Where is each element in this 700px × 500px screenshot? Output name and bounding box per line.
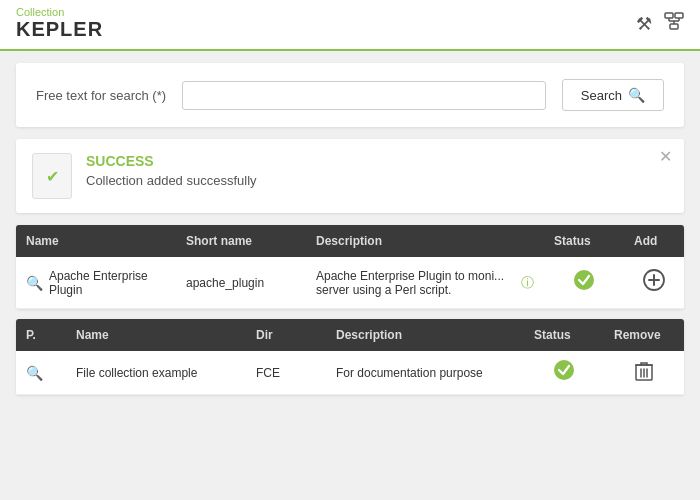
table-row: 🔍 File collection example FCE For docume…	[16, 351, 684, 395]
plugins-table-header: Name Short name Description Status Add	[16, 225, 684, 257]
row-search-icon: 🔍	[26, 275, 43, 291]
success-message: Collection added successfully	[86, 173, 257, 188]
success-check-icon: ✔	[46, 167, 59, 186]
col-status: Status	[544, 225, 624, 257]
search-button-icon: 🔍	[628, 87, 645, 103]
success-text-area: SUCCESS Collection added successfully	[86, 153, 257, 188]
row2-description: For documentation purpose	[326, 358, 524, 388]
row-description: Apache Enterprise Plugin to moni... serv…	[306, 261, 544, 305]
col2-dir: Dir	[246, 319, 326, 351]
row-name: 🔍 Apache Enterprise Plugin	[16, 261, 176, 305]
row2-name: File collection example	[66, 358, 246, 388]
svg-rect-1	[675, 13, 683, 18]
search-panel: Free text for search (*) Search 🔍	[16, 63, 684, 127]
success-banner: ✔ SUCCESS Collection added successfully …	[16, 139, 684, 213]
col-add: Add	[624, 225, 684, 257]
info-icon[interactable]: ⓘ	[521, 274, 534, 292]
row-short-name: apache_plugin	[176, 268, 306, 298]
svg-rect-2	[670, 24, 678, 29]
svg-point-11	[554, 360, 574, 380]
search-input[interactable]	[182, 81, 546, 110]
col-description: Description	[306, 225, 544, 257]
collections-table-header: P. Name Dir Description Status Remove	[16, 319, 684, 351]
svg-point-7	[574, 270, 594, 290]
svg-rect-0	[665, 13, 673, 18]
page-title: KEPLER	[16, 18, 103, 41]
close-banner-button[interactable]: ✕	[659, 147, 672, 166]
collection-label: Collection	[16, 6, 103, 18]
search-label: Free text for search (*)	[36, 88, 166, 103]
header-icons: ⚒	[636, 12, 684, 35]
col2-p: P.	[16, 319, 66, 351]
search-button-label: Search	[581, 88, 622, 103]
row-status	[544, 261, 624, 304]
col-name: Name	[16, 225, 176, 257]
col-short-name: Short name	[176, 225, 306, 257]
row2-p: 🔍	[16, 357, 66, 389]
col2-name: Name	[66, 319, 246, 351]
collections-table: P. Name Dir Description Status Remove 🔍 …	[16, 319, 684, 395]
row-desc-text: Apache Enterprise Plugin to moni... serv…	[316, 269, 517, 297]
network-icon[interactable]	[664, 12, 684, 35]
search-button[interactable]: Search 🔍	[562, 79, 664, 111]
add-row-button[interactable]	[624, 261, 684, 304]
remove-row-button[interactable]	[604, 353, 684, 393]
header: Collection KEPLER ⚒	[0, 0, 700, 51]
col2-status: Status	[524, 319, 604, 351]
header-title-area: Collection KEPLER	[16, 6, 103, 41]
wrench-icon[interactable]: ⚒	[636, 13, 652, 35]
success-title: SUCCESS	[86, 153, 257, 169]
success-doc-icon: ✔	[32, 153, 72, 199]
row-name-text: Apache Enterprise Plugin	[49, 269, 166, 297]
row2-search-icon: 🔍	[26, 365, 43, 381]
row2-dir: FCE	[246, 358, 326, 388]
table-row: 🔍 Apache Enterprise Plugin apache_plugin…	[16, 257, 684, 309]
col2-remove: Remove	[604, 319, 684, 351]
col2-description: Description	[326, 319, 524, 351]
row2-status	[524, 351, 604, 394]
plugins-table: Name Short name Description Status Add 🔍…	[16, 225, 684, 309]
